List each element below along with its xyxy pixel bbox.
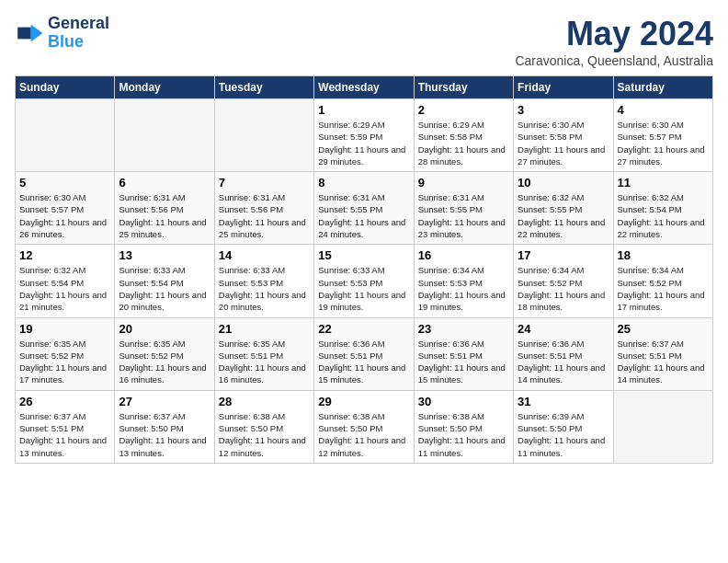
day-info: Sunrise: 6:35 AMSunset: 5:51 PMDaylight:… <box>219 338 310 386</box>
day-cell: 23Sunrise: 6:36 AMSunset: 5:51 PMDayligh… <box>414 317 513 390</box>
day-info: Sunrise: 6:31 AMSunset: 5:55 PMDaylight:… <box>418 191 509 240</box>
day-number: 7 <box>219 176 310 190</box>
day-number: 17 <box>518 248 609 262</box>
day-number: 12 <box>19 248 110 262</box>
day-cell: 19Sunrise: 6:35 AMSunset: 5:52 PMDayligh… <box>16 317 115 390</box>
logo-general: General <box>48 15 109 33</box>
day-cell: 25Sunrise: 6:37 AMSunset: 5:51 PMDayligh… <box>613 317 712 390</box>
day-cell: 12Sunrise: 6:32 AMSunset: 5:54 PMDayligh… <box>16 245 115 317</box>
day-cell: 29Sunrise: 6:38 AMSunset: 5:50 PMDayligh… <box>314 390 414 463</box>
day-number: 5 <box>19 176 110 190</box>
day-info: Sunrise: 6:29 AMSunset: 5:59 PMDaylight:… <box>318 119 409 167</box>
day-info: Sunrise: 6:33 AMSunset: 5:53 PMDaylight:… <box>219 264 310 313</box>
day-cell <box>613 390 712 463</box>
day-number: 26 <box>19 395 110 408</box>
location: Caravonica, Queensland, Australia <box>515 53 713 68</box>
day-info: Sunrise: 6:36 AMSunset: 5:51 PMDaylight:… <box>318 338 409 386</box>
day-number: 30 <box>418 395 509 408</box>
day-info: Sunrise: 6:38 AMSunset: 5:50 PMDaylight:… <box>418 410 509 459</box>
day-number: 29 <box>318 395 409 408</box>
day-cell: 22Sunrise: 6:36 AMSunset: 5:51 PMDayligh… <box>314 317 414 390</box>
day-cell: 28Sunrise: 6:38 AMSunset: 5:50 PMDayligh… <box>214 390 313 463</box>
week-row-5: 26Sunrise: 6:37 AMSunset: 5:51 PMDayligh… <box>16 390 713 463</box>
col-header-tuesday: Tuesday <box>214 76 313 99</box>
day-number: 9 <box>418 176 509 190</box>
day-number: 8 <box>318 176 409 190</box>
month-title: May 2024 <box>515 15 713 53</box>
day-info: Sunrise: 6:35 AMSunset: 5:52 PMDaylight:… <box>119 338 210 386</box>
day-cell: 26Sunrise: 6:37 AMSunset: 5:51 PMDayligh… <box>16 390 115 463</box>
day-number: 3 <box>518 103 609 117</box>
day-cell: 11Sunrise: 6:32 AMSunset: 5:54 PMDayligh… <box>613 172 712 245</box>
day-info: Sunrise: 6:36 AMSunset: 5:51 PMDaylight:… <box>418 338 509 386</box>
day-number: 31 <box>518 395 609 408</box>
day-number: 14 <box>219 248 310 262</box>
day-info: Sunrise: 6:37 AMSunset: 5:51 PMDaylight:… <box>618 338 709 386</box>
day-info: Sunrise: 6:35 AMSunset: 5:52 PMDaylight:… <box>19 338 110 386</box>
col-header-saturday: Saturday <box>613 76 712 99</box>
day-number: 6 <box>119 176 210 190</box>
day-cell: 2Sunrise: 6:29 AMSunset: 5:58 PMDaylight… <box>414 99 513 172</box>
day-cell: 27Sunrise: 6:37 AMSunset: 5:50 PMDayligh… <box>115 390 214 463</box>
day-number: 18 <box>618 248 709 262</box>
day-cell: 14Sunrise: 6:33 AMSunset: 5:53 PMDayligh… <box>214 245 313 317</box>
day-cell: 5Sunrise: 6:30 AMSunset: 5:57 PMDaylight… <box>16 172 115 245</box>
day-cell <box>16 99 115 172</box>
header-row: SundayMondayTuesdayWednesdayThursdayFrid… <box>16 76 713 99</box>
day-info: Sunrise: 6:32 AMSunset: 5:54 PMDaylight:… <box>19 264 110 313</box>
day-info: Sunrise: 6:34 AMSunset: 5:52 PMDaylight:… <box>618 264 709 313</box>
day-cell: 6Sunrise: 6:31 AMSunset: 5:56 PMDaylight… <box>115 172 214 245</box>
day-info: Sunrise: 6:31 AMSunset: 5:55 PMDaylight:… <box>318 191 409 240</box>
day-cell: 1Sunrise: 6:29 AMSunset: 5:59 PMDaylight… <box>314 99 414 172</box>
day-cell: 10Sunrise: 6:32 AMSunset: 5:55 PMDayligh… <box>514 172 613 245</box>
day-number: 15 <box>318 248 409 262</box>
day-number: 19 <box>19 322 110 336</box>
col-header-wednesday: Wednesday <box>314 76 414 99</box>
day-info: Sunrise: 6:33 AMSunset: 5:53 PMDaylight:… <box>318 264 409 313</box>
logo-text: General Blue <box>48 15 109 52</box>
logo-icon <box>15 18 44 48</box>
page-header: General Blue May 2024 Caravonica, Queens… <box>15 15 713 68</box>
day-cell: 16Sunrise: 6:34 AMSunset: 5:53 PMDayligh… <box>414 245 513 317</box>
day-cell: 18Sunrise: 6:34 AMSunset: 5:52 PMDayligh… <box>613 245 712 317</box>
day-cell: 3Sunrise: 6:30 AMSunset: 5:58 PMDaylight… <box>514 99 613 172</box>
day-info: Sunrise: 6:29 AMSunset: 5:58 PMDaylight:… <box>418 119 509 167</box>
week-row-4: 19Sunrise: 6:35 AMSunset: 5:52 PMDayligh… <box>16 317 713 390</box>
day-info: Sunrise: 6:38 AMSunset: 5:50 PMDaylight:… <box>219 410 310 459</box>
col-header-friday: Friday <box>514 76 613 99</box>
day-cell: 20Sunrise: 6:35 AMSunset: 5:52 PMDayligh… <box>115 317 214 390</box>
logo-blue: Blue <box>48 33 109 52</box>
week-row-3: 12Sunrise: 6:32 AMSunset: 5:54 PMDayligh… <box>16 245 713 317</box>
day-info: Sunrise: 6:37 AMSunset: 5:50 PMDaylight:… <box>119 410 210 459</box>
day-cell: 30Sunrise: 6:38 AMSunset: 5:50 PMDayligh… <box>414 390 513 463</box>
week-row-1: 1Sunrise: 6:29 AMSunset: 5:59 PMDaylight… <box>16 99 713 172</box>
day-number: 23 <box>418 322 509 336</box>
logo: General Blue <box>15 15 109 52</box>
day-cell: 31Sunrise: 6:39 AMSunset: 5:50 PMDayligh… <box>514 390 613 463</box>
day-cell: 24Sunrise: 6:36 AMSunset: 5:51 PMDayligh… <box>514 317 613 390</box>
day-info: Sunrise: 6:30 AMSunset: 5:57 PMDaylight:… <box>618 119 709 167</box>
day-info: Sunrise: 6:38 AMSunset: 5:50 PMDaylight:… <box>318 410 409 459</box>
col-header-sunday: Sunday <box>16 76 115 99</box>
day-number: 2 <box>418 103 509 117</box>
day-number: 21 <box>219 322 310 336</box>
day-number: 22 <box>318 322 409 336</box>
day-info: Sunrise: 6:37 AMSunset: 5:51 PMDaylight:… <box>19 410 110 459</box>
day-info: Sunrise: 6:34 AMSunset: 5:52 PMDaylight:… <box>518 264 609 313</box>
day-info: Sunrise: 6:33 AMSunset: 5:54 PMDaylight:… <box>119 264 210 313</box>
day-number: 20 <box>119 322 210 336</box>
day-cell: 21Sunrise: 6:35 AMSunset: 5:51 PMDayligh… <box>214 317 313 390</box>
day-cell: 9Sunrise: 6:31 AMSunset: 5:55 PMDaylight… <box>414 172 513 245</box>
week-row-2: 5Sunrise: 6:30 AMSunset: 5:57 PMDaylight… <box>16 172 713 245</box>
day-info: Sunrise: 6:34 AMSunset: 5:53 PMDaylight:… <box>418 264 509 313</box>
day-cell: 8Sunrise: 6:31 AMSunset: 5:55 PMDaylight… <box>314 172 414 245</box>
col-header-monday: Monday <box>115 76 214 99</box>
day-cell <box>115 99 214 172</box>
day-cell: 7Sunrise: 6:31 AMSunset: 5:56 PMDaylight… <box>214 172 313 245</box>
day-info: Sunrise: 6:30 AMSunset: 5:58 PMDaylight:… <box>518 119 609 167</box>
day-number: 16 <box>418 248 509 262</box>
day-number: 4 <box>618 103 709 117</box>
day-info: Sunrise: 6:32 AMSunset: 5:54 PMDaylight:… <box>618 191 709 240</box>
day-cell: 13Sunrise: 6:33 AMSunset: 5:54 PMDayligh… <box>115 245 214 317</box>
day-number: 27 <box>119 395 210 408</box>
